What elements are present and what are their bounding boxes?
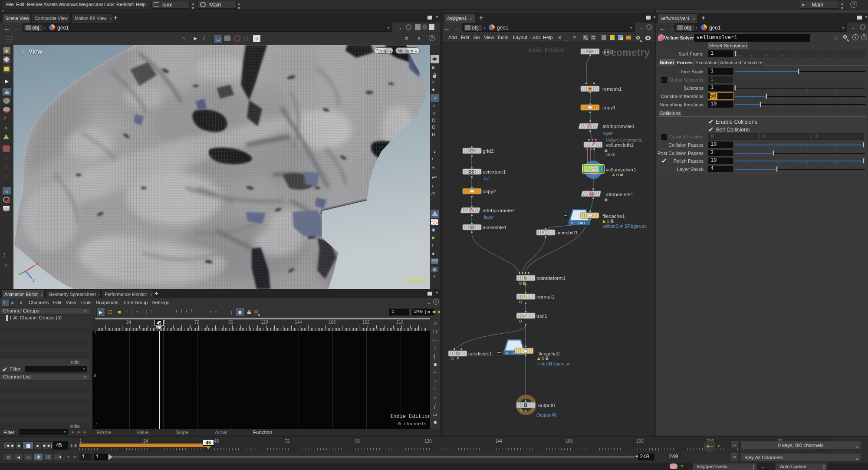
svg-text:pointdeform1: pointdeform1	[536, 276, 566, 281]
svg-text:normal1: normal1	[536, 294, 555, 299]
svg-text:copy2: copy2	[483, 189, 496, 194]
svg-text:cloth.$F.bgeo.sc: cloth.$F.bgeo.sc	[537, 361, 570, 366]
svg-text:layer: layer	[603, 131, 613, 136]
svg-text:Vellum Constraints: Vellum Constraints	[606, 138, 642, 143]
svg-text:uv: uv	[484, 176, 489, 181]
svg-text:trail1: trail1	[536, 313, 547, 319]
svg-text:attribdelete1: attribdelete1	[606, 192, 633, 197]
svg-text:copy1: copy1	[602, 105, 616, 110]
svg-text:Indie Edition: Indie Edition	[529, 46, 565, 53]
svg-text:vellumsolver1: vellumsolver1	[606, 167, 636, 172]
svg-text:z: z	[33, 278, 35, 283]
svg-text:vellumcloth1: vellumcloth1	[606, 142, 634, 148]
svg-text:grid2: grid2	[483, 148, 494, 154]
svg-text:attribpromote2: attribpromote2	[483, 208, 515, 213]
svg-text:subdivide1: subdivide1	[468, 351, 492, 356]
svg-text:timeshift1: timeshift1	[556, 230, 578, 235]
svg-text:cloth: cloth	[606, 152, 615, 157]
svg-text:filecache1: filecache1	[602, 214, 625, 219]
svg-text:uvtexture1: uvtexture1	[483, 169, 506, 174]
svg-text:Output #0: Output #0	[536, 412, 556, 417]
svg-text:attribpromote1: attribpromote1	[602, 124, 635, 129]
svg-text:layer: layer	[484, 214, 494, 220]
svg-text:grid1: grid1	[602, 49, 614, 54]
svg-text:filecache2: filecache2	[537, 351, 560, 356]
svg-text:x: x	[36, 261, 38, 266]
svg-text:assemble1: assemble1	[483, 225, 507, 230]
svg-text:remesh1: remesh1	[602, 86, 622, 92]
svg-text:vellumSim.$F.bgeo.sc: vellumSim.$F.bgeo.sc	[602, 223, 647, 229]
svg-text:output0: output0	[538, 403, 555, 408]
